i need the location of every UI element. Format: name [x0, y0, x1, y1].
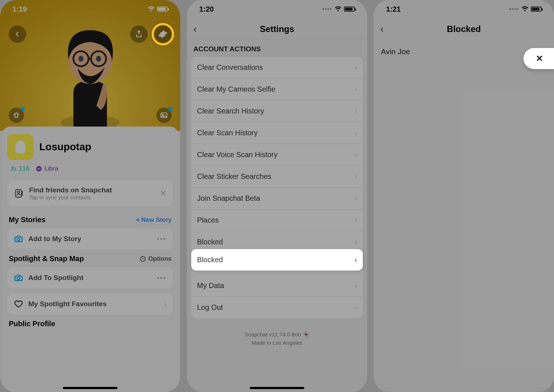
- add-my-story-card[interactable]: Add to My Story •••: [7, 228, 173, 249]
- settings-item-my-data[interactable]: My Data›: [191, 275, 363, 297]
- battery-icon: [157, 7, 168, 12]
- chevron-right-icon: ›: [355, 173, 357, 180]
- settings-footer: Snapchat v11.74.0 Boo 👻 Made in Los Ange…: [187, 331, 367, 347]
- chevron-right-icon: ›: [355, 129, 357, 137]
- chevron-right-icon: ›: [355, 238, 357, 246]
- svg-point-13: [17, 238, 20, 241]
- chevron-right-icon: ›: [355, 195, 357, 202]
- chevron-right-icon: ›: [355, 216, 357, 224]
- section-label: ACCOUNT ACTIONS: [187, 40, 367, 57]
- bitmoji-avatar: [47, 22, 134, 131]
- status-time: 1:19: [12, 5, 27, 13]
- stories-heading: My Stories: [9, 216, 45, 224]
- badge-dot: [168, 107, 172, 111]
- signal-icon: ••••: [322, 6, 332, 12]
- chevron-right-icon: ›: [355, 151, 357, 159]
- svg-point-12: [17, 191, 20, 193]
- status-icons: ••••: [322, 6, 355, 12]
- settings-item-log-out[interactable]: Log Out›: [191, 297, 363, 318]
- chevron-right-icon: ›: [354, 256, 357, 264]
- back-button[interactable]: [9, 25, 26, 43]
- blocked-navbar: ‹ Blocked: [374, 18, 554, 40]
- find-friends-title: Find friends on Snapchat: [29, 186, 160, 194]
- options-button[interactable]: Options: [140, 255, 172, 263]
- chevron-right-icon: ›: [355, 64, 357, 71]
- username: Losupotap: [39, 141, 91, 153]
- back-button[interactable]: ‹: [193, 23, 197, 35]
- snapcode[interactable]: [7, 134, 33, 160]
- settings-navbar: ‹ Settings: [187, 18, 367, 40]
- chevron-right-icon: ›: [164, 300, 166, 308]
- settings-highlight-ring: [152, 23, 174, 45]
- settings-item-clear-conversations[interactable]: Clear Conversations›: [191, 57, 363, 79]
- status-time: 1:21: [386, 5, 401, 13]
- add-spotlight-card[interactable]: Add To Spotlight •••: [7, 267, 173, 288]
- spotlight-section-head: Spotlight & Snap Map Options: [9, 255, 172, 263]
- settings-item-places[interactable]: Places›: [191, 209, 363, 231]
- badge-dot: [20, 107, 25, 111]
- status-icons: [148, 6, 168, 12]
- chevron-right-icon: ›: [355, 282, 357, 289]
- unblock-button[interactable]: ✕: [523, 48, 554, 69]
- settings-item-join-beta[interactable]: Join Snapchat Beta›: [191, 188, 363, 209]
- status-bar: 1:19: [0, 0, 180, 18]
- new-story-button[interactable]: + New Story: [136, 216, 172, 224]
- contacts-icon: [14, 188, 24, 199]
- add-spotlight-label: Add To Spotlight: [28, 274, 157, 282]
- status-time: 1:20: [199, 5, 214, 13]
- meta-row: 116 Libra: [10, 165, 173, 172]
- zodiac-badge[interactable]: Libra: [36, 165, 58, 172]
- fav-spotlight-card[interactable]: My Spotlight Favourites ›: [7, 293, 173, 315]
- settings-screen: 1:20 •••• ‹ Settings ACCOUNT ACTIONS Cle…: [187, 0, 367, 392]
- fav-spotlight-label: My Spotlight Favourites: [28, 300, 164, 308]
- add-story-label: Add to My Story: [28, 235, 157, 243]
- more-icon[interactable]: •••: [157, 274, 166, 282]
- settings-item-clear-scan[interactable]: Clear Scan History›: [191, 122, 363, 144]
- public-profile-heading: Public Profile: [9, 320, 55, 328]
- stories-section-head: My Stories + New Story: [9, 216, 172, 224]
- wifi-icon: [148, 6, 155, 12]
- profile-header: [0, 0, 180, 131]
- find-friends-card[interactable]: Find friends on Snapchat Tap to sync you…: [7, 180, 173, 206]
- settings-item-clear-voice-scan[interactable]: Clear Voice Scan History›: [191, 144, 363, 166]
- settings-item-clear-sticker[interactable]: Clear Sticker Searches›: [191, 166, 363, 188]
- close-icon: ✕: [536, 53, 543, 64]
- chevron-right-icon: ›: [355, 107, 357, 115]
- camera-icon: [14, 234, 23, 244]
- find-friends-sub: Tap to sync your contacts: [29, 194, 160, 200]
- settings-title: Settings: [260, 24, 294, 34]
- settings-item-clear-cameos[interactable]: Clear My Cameos Selfie›: [191, 79, 363, 100]
- blocked-user-name: Avin Joe: [381, 47, 410, 56]
- settings-item-clear-search[interactable]: Clear Search History›: [191, 100, 363, 122]
- signal-icon: ••••: [509, 6, 519, 12]
- handle-row: Losupotap: [7, 134, 173, 160]
- more-icon[interactable]: •••: [157, 235, 166, 243]
- outfits-button[interactable]: [9, 108, 24, 123]
- spotlight-heading: Spotlight & Snap Map: [9, 255, 84, 263]
- wifi-icon: [521, 6, 529, 12]
- wifi-icon: [334, 6, 342, 12]
- camera-icon: [14, 273, 23, 283]
- battery-icon: [531, 7, 542, 12]
- blocked-title: Blocked: [447, 24, 481, 34]
- battery-icon: [344, 7, 355, 12]
- svg-point-15: [17, 277, 20, 280]
- settings-item-blocked-highlight[interactable]: Blocked ›: [191, 249, 363, 271]
- status-icons: ••••: [509, 6, 542, 12]
- chevron-right-icon: ›: [355, 85, 357, 93]
- chevron-right-icon: ›: [355, 304, 357, 311]
- home-indicator[interactable]: [250, 387, 304, 389]
- profile-screen: 1:19: [0, 0, 180, 392]
- status-bar: 1:21 ••••: [374, 0, 554, 18]
- dismiss-card-button[interactable]: ✕: [160, 189, 166, 198]
- svg-point-10: [36, 166, 42, 172]
- settings-list: Clear Conversations› Clear My Cameos Sel…: [187, 57, 367, 318]
- svg-point-8: [96, 56, 101, 61]
- background-button[interactable]: [156, 108, 172, 123]
- home-indicator[interactable]: [63, 387, 117, 389]
- svg-point-7: [79, 56, 84, 61]
- friends-count[interactable]: 116: [10, 165, 29, 172]
- heart-icon: [14, 299, 23, 309]
- profile-card: Losupotap 116 Libra Find friends on Snap…: [2, 127, 178, 392]
- back-button[interactable]: ‹: [380, 23, 384, 35]
